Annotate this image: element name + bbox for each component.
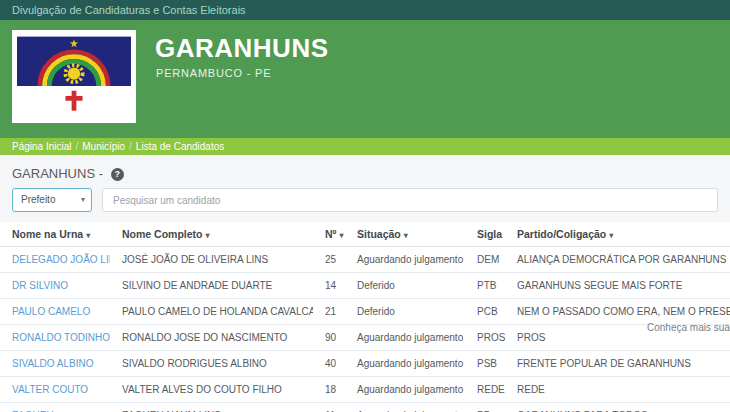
cell-situacao: Aguardando julgamento — [345, 377, 465, 403]
cell-nome-completo: SILVINO DE ANDRADE DUARTE — [110, 273, 313, 299]
column-header-situacao[interactable]: Situação▾ — [345, 222, 465, 247]
pernambuco-flag — [12, 30, 136, 123]
table-row: RONALDO TODINHORONALDO JOSE DO NASCIMENT… — [0, 325, 730, 351]
cell-situacao: Aguardando julgamento — [345, 351, 465, 377]
column-header-nome-completo[interactable]: Nome Completo▾ — [110, 222, 313, 247]
table-row: DELEGADO JOÃO LINSJOSÉ JOÃO DE OLIVEIRA … — [0, 247, 730, 273]
search-input[interactable] — [102, 188, 718, 212]
flag-image — [17, 35, 131, 118]
cell-sigla: PCB — [465, 299, 505, 325]
cell-nome-urna[interactable]: SIVALDO ALBINO — [0, 351, 110, 377]
page-subtitle: PERNAMBUCO - PE — [156, 67, 271, 79]
cell-nome-urna[interactable]: PAULO CAMELO — [0, 299, 110, 325]
app-topbar: Divulgação de Candidaturas e Contas Elei… — [0, 0, 730, 20]
cell-numero: 90 — [313, 325, 345, 351]
column-header-partido[interactable]: Partido/Coligação▾ — [505, 222, 730, 247]
table-row: DR SILVINOSILVINO DE ANDRADE DUARTE14Def… — [0, 273, 730, 299]
candidate-table-body: DELEGADO JOÃO LINSJOSÉ JOÃO DE OLIVEIRA … — [0, 247, 730, 412]
cell-nome-completo: VALTER ALVES DO COUTO FILHO — [110, 377, 313, 403]
filter-row: Prefeito ▾ — [0, 188, 730, 212]
cell-situacao: Deferido — [345, 299, 465, 325]
breadcrumb-municipio[interactable]: Município — [82, 141, 125, 152]
cell-nome-completo: PAULO CAMELO DE HOLANDA CAVALCANTI — [110, 299, 313, 325]
table-row: VALTER COUTOVALTER ALVES DO COUTO FILHO1… — [0, 377, 730, 403]
table-row: ZAQUEUZAQUEU NAUM LINS11Aguardando julga… — [0, 403, 730, 412]
sort-caret-icon: ▾ — [609, 231, 613, 240]
breadcrumb-separator: / — [129, 141, 132, 152]
cell-situacao: Deferido — [345, 273, 465, 299]
office-select-value: Prefeito — [21, 194, 55, 205]
cell-situacao: Aguardando julgamento — [345, 325, 465, 351]
cell-numero: 11 — [313, 403, 345, 412]
cell-nome-completo: RONALDO JOSE DO NASCIMENTO — [110, 325, 313, 351]
table-header-row: Nome na Urna▾ Nome Completo▾ Nº▾ Situaçã… — [0, 222, 730, 247]
cell-numero: 14 — [313, 273, 345, 299]
candidate-table: Nome na Urna▾ Nome Completo▾ Nº▾ Situaçã… — [0, 222, 730, 412]
sort-caret-icon: ▾ — [86, 231, 90, 240]
cell-nome-urna[interactable]: RONALDO TODINHO — [0, 325, 110, 351]
column-header-sigla[interactable]: Sigla▾ — [465, 222, 505, 247]
city-header: GARANHUNS PERNAMBUCO - PE — [0, 20, 730, 138]
section-heading-row: GARANHUNS - ? — [0, 155, 730, 188]
cell-numero: 21 — [313, 299, 345, 325]
column-header-nome-urna[interactable]: Nome na Urna▾ — [0, 222, 110, 247]
city-promo-link[interactable]: Conheça mais sua cidade com — [647, 322, 730, 333]
breadcrumb: Página Inicial/Município/Lista de Candid… — [0, 138, 730, 155]
cell-sigla: PP — [465, 403, 505, 412]
cell-numero: 40 — [313, 351, 345, 377]
chevron-down-icon: ▾ — [81, 189, 85, 211]
cell-partido: GARANHUNS PARA TODOS — [505, 403, 730, 412]
cell-nome-urna[interactable]: DELEGADO JOÃO LINS — [0, 247, 110, 273]
cell-nome-urna[interactable]: DR SILVINO — [0, 273, 110, 299]
cell-situacao: Aguardando julgamento — [345, 247, 465, 273]
breadcrumb-lista-candidatos[interactable]: Lista de Candidatos — [136, 141, 224, 152]
main-content: GARANHUNS - ? Conheça mais sua cidade co… — [0, 155, 730, 412]
app-title: Divulgação de Candidaturas e Contas Elei… — [12, 4, 246, 16]
help-icon[interactable]: ? — [111, 168, 124, 181]
breadcrumb-separator: / — [75, 141, 78, 152]
breadcrumb-home[interactable]: Página Inicial — [12, 141, 71, 152]
cell-nome-completo: ZAQUEU NAUM LINS — [110, 403, 313, 412]
cell-partido: FRENTE POPULAR DE GARANHUNS — [505, 351, 730, 377]
cell-nome-urna[interactable]: VALTER COUTO — [0, 377, 110, 403]
page-title: GARANHUNS — [155, 33, 329, 64]
sort-caret-icon: ▾ — [206, 231, 210, 240]
cell-sigla: PROS — [465, 325, 505, 351]
cell-numero: 18 — [313, 377, 345, 403]
section-heading: GARANHUNS - — [12, 166, 103, 181]
cell-situacao: Aguardando julgamento — [345, 403, 465, 412]
table-row: PAULO CAMELOPAULO CAMELO DE HOLANDA CAVA… — [0, 299, 730, 325]
cell-sigla: PSB — [465, 351, 505, 377]
cell-numero: 25 — [313, 247, 345, 273]
cell-partido: GARANHUNS SEGUE MAIS FORTE — [505, 273, 730, 299]
cell-sigla: PTB — [465, 273, 505, 299]
cell-partido: NEM O PASSADO COMO ERA, NEM O PRESENTE C… — [505, 299, 730, 325]
cell-nome-urna[interactable]: ZAQUEU — [0, 403, 110, 412]
cell-sigla: DEM — [465, 247, 505, 273]
cell-sigla: REDE — [465, 377, 505, 403]
table-row: SIVALDO ALBINOSIVALDO RODRIGUES ALBINO40… — [0, 351, 730, 377]
cell-nome-completo: JOSÉ JOÃO DE OLIVEIRA LINS — [110, 247, 313, 273]
cell-partido: ALIANÇA DEMOCRÁTICA POR GARANHUNS — [505, 247, 730, 273]
cell-nome-completo: SIVALDO RODRIGUES ALBINO — [110, 351, 313, 377]
cell-partido: REDE — [505, 377, 730, 403]
sort-caret-icon: ▾ — [339, 231, 343, 240]
office-select[interactable]: Prefeito ▾ — [12, 188, 92, 212]
column-header-numero[interactable]: Nº▾ — [313, 222, 345, 247]
sort-caret-icon: ▾ — [404, 231, 408, 240]
